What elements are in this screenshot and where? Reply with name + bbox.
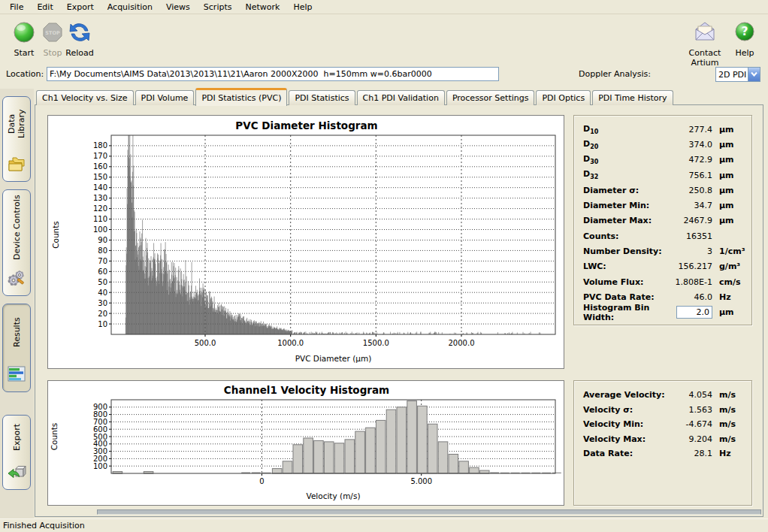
stat-label: Diameter σ: xyxy=(583,186,663,195)
folders-icon xyxy=(7,155,26,175)
velocity-histogram-bar xyxy=(366,428,376,473)
sidebar-item-data-library[interactable]: Data Library xyxy=(2,96,31,182)
chevron-down-icon xyxy=(751,71,757,77)
stat-row: D32756.1µm xyxy=(583,168,744,183)
velocity-histogram-bar xyxy=(459,461,469,473)
sidebar-item-device-controls[interactable]: Device Controls xyxy=(2,189,31,296)
stat-value: 16351 xyxy=(663,231,712,241)
stat-unit: cm/s xyxy=(712,277,744,287)
stat-unit: µm xyxy=(712,125,744,135)
menu-network[interactable]: Network xyxy=(238,1,286,14)
velocity-yaxis-label: Counts xyxy=(50,423,59,451)
app-window: FileEditExportAcquisitionViewsScriptsNet… xyxy=(0,0,768,532)
help-icon: ? xyxy=(727,20,762,46)
stat-label: Velocity Min: xyxy=(583,419,675,429)
svg-text:50: 50 xyxy=(98,278,107,286)
svg-text:?: ? xyxy=(742,25,748,38)
svg-text:900: 900 xyxy=(93,403,107,411)
velocity-histogram-bar xyxy=(397,407,407,473)
contact-artium-button[interactable]: Contact Artium xyxy=(681,20,729,68)
doppler-analysis-select[interactable]: 2D PDI xyxy=(715,67,760,82)
stat-label: LWC: xyxy=(583,261,663,271)
sidebar-item-results[interactable]: Results xyxy=(2,304,31,392)
tab-pdi-statistics-pvc[interactable]: PDI Statistics (PVC) xyxy=(195,88,287,106)
tab-pdi-volume[interactable]: PDI Volume xyxy=(135,90,195,105)
stat-value: 3 xyxy=(663,246,712,256)
velocity-chart-title: Channel1 Velocity Histogram xyxy=(224,384,389,396)
help-button[interactable]: ? Help xyxy=(727,20,762,58)
tab-pdi-statistics[interactable]: PDI Statistics xyxy=(289,90,355,105)
stat-value: 2467.9 xyxy=(663,216,712,225)
stat-value: 277.4 xyxy=(663,125,712,135)
svg-text:180: 180 xyxy=(93,141,107,150)
tab-ch1-pdi-validation[interactable]: Ch1 PDI Validation xyxy=(357,90,445,105)
stat-row: Volume Flux:1.808E-1cm/s xyxy=(583,274,744,289)
svg-text:80: 80 xyxy=(98,246,107,255)
velocity-histogram-bar xyxy=(449,455,458,474)
stat-row: LWC:156.217g/m³ xyxy=(583,259,744,274)
tab-page-pdi-statistics-pvc: 1020304050607080901001101201301401501601… xyxy=(35,104,763,517)
stat-unit: 1/cm³ xyxy=(712,246,744,256)
stat-row: Counts:16351 xyxy=(583,228,744,243)
velocity-histogram-bar xyxy=(418,406,428,473)
stat-row: Velocity Max:9.204m/s xyxy=(583,432,744,447)
svg-text:STOP: STOP xyxy=(45,30,60,36)
menu-export[interactable]: Export xyxy=(60,1,101,14)
toolbar: Start STOP Stop Reload xyxy=(0,15,768,63)
svg-text:700: 700 xyxy=(93,418,107,426)
svg-text:600: 600 xyxy=(93,425,107,434)
stat-unit: g/m³ xyxy=(712,261,744,271)
svg-text:2000.0: 2000.0 xyxy=(449,339,475,347)
stat-value: 28.1 xyxy=(675,449,712,458)
bar-chart-icon xyxy=(7,365,26,385)
stat-unit: m/s xyxy=(712,390,744,400)
horizontal-scrollbar[interactable] xyxy=(97,509,761,515)
stat-unit: Hz xyxy=(712,292,744,302)
location-row: Location: Doppler Analysis: 2D PDI xyxy=(0,66,768,84)
svg-text:200: 200 xyxy=(93,455,107,463)
svg-text:500.0: 500.0 xyxy=(195,339,216,347)
stat-unit: µm xyxy=(712,155,744,165)
dropdown-arrow-button[interactable] xyxy=(748,68,760,81)
tab-pdi-optics[interactable]: PDI Optics xyxy=(536,90,591,105)
stat-row: Velocity Min:-4.674m/s xyxy=(583,417,744,432)
stat-label: Number Density: xyxy=(583,246,663,256)
stat-value: 46.0 xyxy=(663,292,712,302)
velocity-statistics-panel: Average Velocity:4.054m/sVelocity σ:1.56… xyxy=(573,380,752,506)
tab-ch1-velocity-vs-size[interactable]: Ch1 Velocity vs. Size xyxy=(36,90,134,105)
menu-file[interactable]: File xyxy=(3,1,30,14)
pvc-statistics-panel: D10277.4µmD20374.0µmD30472.9µmD32756.1µm… xyxy=(573,115,752,325)
doppler-analysis-label: Doppler Analysis: xyxy=(579,69,651,79)
svg-text:140: 140 xyxy=(93,183,107,192)
menu-help[interactable]: Help xyxy=(286,1,319,14)
velocity-histogram-chart: 10020030040050060070080090005.000Channel… xyxy=(48,381,565,506)
velocity-xaxis-label: Velocity (m/s) xyxy=(307,491,361,500)
svg-text:800: 800 xyxy=(93,410,107,419)
stat-value: -4.674 xyxy=(675,419,712,429)
stat-unit: µm xyxy=(712,140,744,150)
menu-scripts[interactable]: Scripts xyxy=(197,1,239,14)
stat-label: Data Rate: xyxy=(583,449,675,458)
stat-value: 374.0 xyxy=(663,140,712,150)
tab-processor-settings[interactable]: Processor Settings xyxy=(446,90,535,105)
reload-button[interactable]: Reload xyxy=(60,20,99,58)
stat-label: D20 xyxy=(583,139,663,150)
help-label: Help xyxy=(727,48,762,58)
menu-edit[interactable]: Edit xyxy=(30,1,59,14)
location-input[interactable] xyxy=(47,67,499,81)
histogram-bin-width-input[interactable] xyxy=(676,306,712,319)
menu-bar: FileEditExportAcquisitionViewsScriptsNet… xyxy=(0,0,768,14)
stat-value: 9.204 xyxy=(675,434,712,444)
tab-pdi-time-history[interactable]: PDI Time History xyxy=(592,90,673,105)
svg-text:500: 500 xyxy=(93,433,107,441)
stat-row: D20374.0µm xyxy=(583,137,744,152)
menu-views[interactable]: Views xyxy=(159,1,197,14)
stat-label-subscript: 20 xyxy=(590,144,598,150)
stat-label: Diameter Max: xyxy=(583,216,663,225)
sidebar-item-export[interactable]: Export xyxy=(2,415,31,490)
stat-row: D10277.4µm xyxy=(583,122,744,137)
menu-acquisition[interactable]: Acquisition xyxy=(101,1,159,14)
stat-unit: m/s xyxy=(712,434,744,444)
stat-value: 1.563 xyxy=(675,405,712,415)
stat-row: Diameter σ:250.8µm xyxy=(583,183,744,198)
